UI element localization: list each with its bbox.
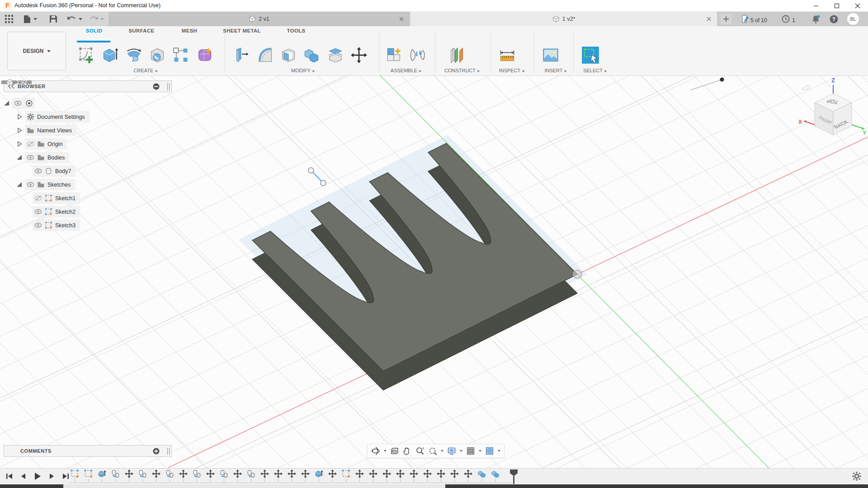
eye-icon[interactable] (27, 181, 34, 188)
undo-icon[interactable] (66, 14, 77, 24)
extrude-button[interactable] (100, 44, 120, 66)
create-form-button[interactable] (194, 44, 214, 66)
timeline-feature-move-icon[interactable] (231, 469, 244, 482)
timeline-feature-move-icon[interactable] (176, 469, 190, 482)
timeline-feature-combine-icon[interactable] (488, 469, 502, 482)
timeline-feature-combine-icon[interactable] (475, 469, 488, 482)
construction-point[interactable] (720, 78, 724, 82)
timeline-feature-move-icon[interactable] (285, 469, 298, 482)
construct-plane-button[interactable] (447, 44, 467, 66)
document-tab-inactive[interactable]: 2 v1 (108, 12, 410, 26)
ribbon-tab-mesh[interactable]: MESH (182, 28, 197, 33)
viewports-icon[interactable] (484, 446, 495, 456)
display-settings-caret[interactable] (460, 450, 462, 452)
document-root-item[interactable]: 1 v2 (1, 80, 32, 84)
timeline-feature-move-icon[interactable] (149, 469, 163, 482)
timeline-feature-move-icon[interactable] (122, 469, 136, 482)
view-cube[interactable]: TOP BACK RIGHT Z X Y (796, 76, 868, 144)
timeline-feature-paste-icon[interactable] (108, 469, 122, 482)
eye-icon[interactable] (14, 99, 22, 107)
eye-off-icon[interactable] (34, 194, 42, 202)
undo-caret[interactable] (78, 14, 83, 24)
maximize-button[interactable] (826, 0, 847, 12)
redo-icon[interactable] (89, 14, 99, 24)
comments-header[interactable]: COMMENTS (4, 445, 172, 457)
ribbon-tab-tools[interactable]: TOOLS (287, 28, 306, 33)
grid-snaps-caret[interactable] (479, 450, 481, 452)
timeline-feature-move-icon[interactable] (326, 469, 339, 482)
timeline-feature-move-icon[interactable] (203, 469, 217, 482)
browser-row-sketch2[interactable]: Sketch2 (33, 206, 172, 217)
design-workspace-dropdown[interactable]: DESIGN (7, 32, 66, 70)
timeline-feature-move-icon[interactable] (271, 469, 285, 482)
timeline-feature-paste-icon[interactable] (217, 469, 231, 482)
timeline-feature-move-icon[interactable] (366, 469, 380, 482)
timeline-feature-move-icon[interactable] (258, 469, 271, 482)
timeline-feature-move-icon[interactable] (448, 469, 461, 482)
avatar[interactable]: BL (847, 13, 859, 25)
activate-radio-icon[interactable] (25, 99, 33, 107)
close-window-button[interactable] (847, 0, 868, 12)
select-group-label[interactable]: SELECT (583, 68, 607, 73)
expand-icon[interactable] (4, 99, 10, 107)
ribbon-tab-surface[interactable]: SURFACE (128, 28, 154, 33)
viewport-canvas[interactable]: TOP BACK RIGHT Z X Y BROWSER 1 v2 (0, 76, 868, 468)
ribbon-tab-sheet-metal[interactable]: SHEET METAL (223, 28, 261, 33)
timeline-feature-move-icon[interactable] (434, 469, 448, 482)
zoom-icon[interactable]: ± (415, 446, 425, 456)
minimize-button[interactable] (806, 0, 826, 12)
eye-icon[interactable] (27, 154, 34, 161)
timeline-feature-move-icon[interactable] (298, 469, 312, 482)
pan-icon[interactable] (402, 446, 413, 456)
timeline-feature-extrude-icon[interactable] (95, 469, 108, 482)
panel-display-toggle-icon[interactable] (153, 83, 160, 90)
scrollbar-segment[interactable] (445, 484, 868, 488)
look-at-icon[interactable] (389, 446, 400, 456)
move-copy-button[interactable] (349, 44, 369, 66)
timeline-feature-sketch-icon[interactable] (81, 469, 95, 482)
browser-row-sketches[interactable]: Sketches (16, 179, 172, 190)
app-grid-menu-icon[interactable] (4, 14, 14, 24)
expand-icon[interactable] (16, 154, 23, 161)
timeline-feature-paste-icon[interactable] (244, 469, 258, 482)
timeline-feature-move-icon[interactable] (393, 469, 407, 482)
add-comment-icon[interactable] (153, 448, 160, 455)
eye-icon[interactable] (34, 167, 42, 175)
create-sketch-button[interactable] (77, 44, 97, 66)
step-forward-icon[interactable] (46, 470, 57, 482)
measure-button[interactable] (497, 44, 517, 66)
expand-icon[interactable] (16, 140, 23, 148)
timeline-feature-move-icon[interactable] (380, 469, 393, 482)
timeline-feature-move-icon[interactable] (353, 469, 366, 482)
orbit-icon[interactable] (370, 446, 381, 456)
shell-button[interactable] (278, 44, 298, 66)
timeline-position-marker[interactable] (510, 469, 518, 484)
browser-row-root[interactable]: 1 v2 (4, 98, 172, 109)
expand-icon[interactable] (16, 181, 23, 188)
scrollbar-segment[interactable] (0, 484, 63, 488)
origin-point[interactable] (573, 270, 581, 278)
pattern-button[interactable] (171, 44, 191, 66)
zoom-window-icon[interactable] (427, 446, 438, 456)
sketch-line-selected[interactable] (312, 172, 322, 182)
timeline-feature-paste-icon[interactable] (190, 469, 203, 482)
timeline-settings-gear-icon[interactable] (852, 471, 862, 483)
timeline-feature-move-icon[interactable] (461, 469, 475, 482)
browser-row-sketch1[interactable]: Sketch1 (33, 192, 172, 204)
model-body-top[interactable] (252, 143, 577, 371)
insert-canvas-button[interactable] (541, 44, 561, 66)
notifications-bell-icon[interactable] (810, 14, 821, 24)
zoom-window-caret[interactable] (441, 450, 443, 452)
play-icon[interactable] (32, 470, 43, 482)
go-to-start-icon[interactable] (4, 470, 15, 482)
combine-button[interactable] (302, 44, 322, 66)
eye-icon[interactable] (34, 208, 42, 216)
browser-row-named-views[interactable]: Named Views (16, 125, 172, 136)
timeline-feature-extrude-icon[interactable] (312, 469, 326, 482)
timeline-feature-sketch-icon[interactable] (339, 469, 353, 482)
viewports-caret[interactable] (498, 450, 500, 452)
orbit-caret[interactable] (384, 450, 387, 452)
eye-icon[interactable] (34, 221, 42, 229)
clock-icon[interactable] (780, 14, 791, 24)
eye-off-icon[interactable] (27, 140, 34, 148)
